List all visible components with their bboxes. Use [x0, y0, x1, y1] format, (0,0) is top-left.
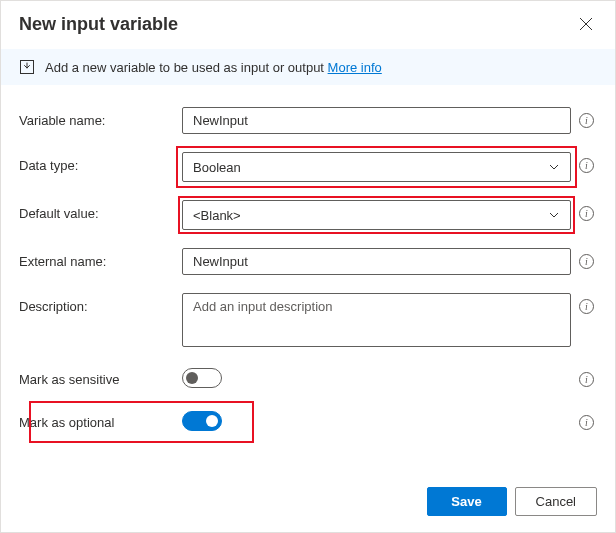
- info-banner: Add a new variable to be used as input o…: [1, 49, 615, 85]
- label-description: Description:: [19, 293, 174, 314]
- description-textarea[interactable]: [182, 293, 571, 347]
- info-icon[interactable]: i: [579, 372, 594, 387]
- form-body: Variable name: i Data type: Boolean i De…: [1, 85, 615, 477]
- row-external-name: External name: i: [19, 248, 599, 275]
- dialog-header: New input variable: [1, 1, 615, 49]
- chevron-down-icon: [548, 161, 560, 173]
- info-icon[interactable]: i: [579, 415, 594, 430]
- external-name-input[interactable]: [182, 248, 571, 275]
- dialog-title: New input variable: [19, 14, 178, 35]
- row-data-type: Data type: Boolean i: [19, 152, 599, 182]
- info-icon[interactable]: i: [579, 206, 594, 221]
- mark-sensitive-toggle[interactable]: [182, 368, 222, 388]
- row-variable-name: Variable name: i: [19, 107, 599, 134]
- info-icon[interactable]: i: [579, 254, 594, 269]
- info-icon[interactable]: i: [579, 158, 594, 173]
- row-description: Description: i: [19, 293, 599, 350]
- default-value-select[interactable]: <Blank>: [182, 200, 571, 230]
- variable-icon: [19, 59, 35, 75]
- chevron-down-icon: [548, 209, 560, 221]
- banner-text: Add a new variable to be used as input o…: [45, 60, 382, 75]
- label-external-name: External name:: [19, 248, 174, 269]
- row-mark-optional: Mark as optional i: [19, 411, 599, 434]
- row-mark-sensitive: Mark as sensitive i: [19, 368, 599, 391]
- info-icon[interactable]: i: [579, 113, 594, 128]
- label-mark-sensitive: Mark as sensitive: [19, 372, 174, 387]
- cancel-button[interactable]: Cancel: [515, 487, 597, 516]
- more-info-link[interactable]: More info: [328, 60, 382, 75]
- toggle-knob: [206, 415, 218, 427]
- new-input-variable-dialog: New input variable Add a new variable to…: [0, 0, 616, 533]
- info-icon[interactable]: i: [579, 299, 594, 314]
- dialog-footer: Save Cancel: [1, 477, 615, 532]
- toggle-knob: [186, 372, 198, 384]
- variable-name-input[interactable]: [182, 107, 571, 134]
- data-type-select[interactable]: Boolean: [182, 152, 571, 182]
- save-button[interactable]: Save: [427, 487, 507, 516]
- mark-optional-toggle[interactable]: [182, 411, 222, 431]
- label-mark-optional: Mark as optional: [19, 415, 174, 430]
- label-variable-name: Variable name:: [19, 107, 174, 128]
- label-data-type: Data type:: [19, 152, 174, 173]
- label-default-value: Default value:: [19, 200, 174, 221]
- row-default-value: Default value: <Blank> i: [19, 200, 599, 230]
- close-button[interactable]: [575, 13, 597, 35]
- close-icon: [579, 17, 593, 31]
